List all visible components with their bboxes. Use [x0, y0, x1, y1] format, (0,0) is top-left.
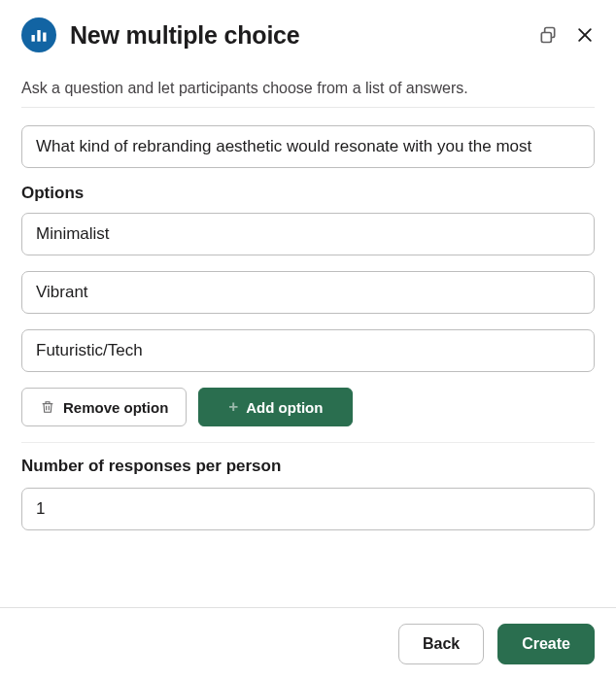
back-button[interactable]: Back — [398, 624, 484, 664]
options-list — [21, 213, 595, 372]
options-label: Options — [21, 184, 595, 203]
poll-app-icon — [21, 17, 56, 52]
option-input[interactable] — [21, 271, 595, 314]
copy-icon — [538, 25, 558, 45]
svg-rect-2 — [43, 33, 46, 42]
svg-rect-1 — [37, 30, 40, 42]
divider — [21, 442, 595, 443]
trash-icon — [40, 399, 55, 415]
modal-title: New multiple choice — [70, 21, 525, 50]
svg-rect-4 — [541, 33, 551, 43]
question-input[interactable] — [21, 125, 595, 168]
modal-footer: Back Create — [0, 607, 616, 680]
plus-icon: + — [228, 397, 238, 417]
bar-chart-icon — [29, 25, 49, 45]
responses-label: Number of responses per person — [21, 457, 595, 476]
option-input[interactable] — [21, 329, 595, 372]
expand-button[interactable] — [538, 25, 558, 45]
create-button[interactable]: Create — [497, 624, 595, 664]
modal-body: Ask a question and let participants choo… — [0, 60, 616, 607]
svg-rect-0 — [32, 35, 35, 42]
modal-dialog: New multiple choice Ask a question and l… — [0, 0, 616, 680]
option-buttons-row: Remove option + Add option — [21, 388, 595, 426]
add-option-label: Add option — [246, 399, 323, 416]
close-button[interactable] — [575, 25, 595, 45]
option-input[interactable] — [21, 213, 595, 255]
modal-header: New multiple choice — [0, 0, 616, 60]
subtitle-text: Ask a question and let participants choo… — [21, 64, 595, 105]
divider — [21, 107, 595, 108]
add-option-button[interactable]: + Add option — [198, 388, 353, 426]
remove-option-button[interactable]: Remove option — [21, 388, 187, 426]
responses-input[interactable] — [21, 488, 595, 530]
remove-option-label: Remove option — [63, 399, 168, 416]
close-icon — [575, 25, 595, 45]
header-actions — [538, 25, 595, 45]
